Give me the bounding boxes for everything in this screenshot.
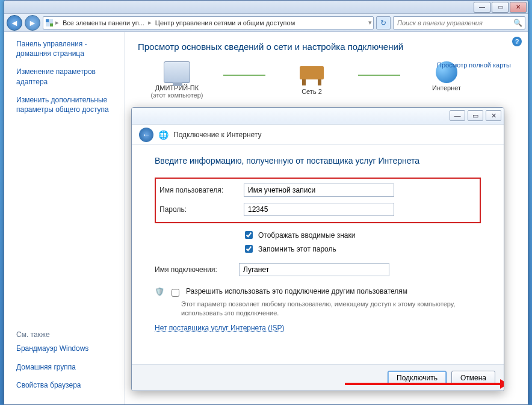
breadcrumb-2[interactable]: Центр управления сетями и общим доступом [153,19,297,26]
sidebar-home-link[interactable]: Панель управления - домашняя страница [16,39,118,58]
sidebar-sharing-link[interactable]: Изменить дополнительные параметры общего… [16,95,118,114]
network-node-local: Сеть 2 [273,61,351,95]
computer-icon [164,61,190,83]
wizard-titlebar: — ▭ ✕ [132,108,504,125]
node-label: Интернет [407,84,486,91]
remember-password-checkbox[interactable] [245,245,253,253]
wizard-body: Введите информацию, полученную от постав… [132,145,504,339]
browser-link[interactable]: Свойства браузера [16,380,118,390]
nav-row: ◄ ► ▸ Все элементы панели уп... ▸ Центр … [4,14,528,32]
svg-rect-1 [46,19,49,22]
highlighted-fields: Имя пользователя: Пароль: [155,178,481,223]
username-label: Имя пользователя: [159,186,244,194]
nav-forward-button[interactable]: ► [25,15,40,31]
dropdown-icon[interactable]: ▾ [368,19,372,26]
network-map: ДМИТРИЙ-ПК (этот компьютер) Сеть 2 Интер… [138,61,511,99]
full-map-link[interactable]: Просмотр полной карты [437,61,511,69]
connection-line-icon [223,61,265,88]
connection-name-input[interactable] [239,263,389,276]
show-chars-label: Отображать вводимые знаки [258,231,355,240]
wizard-heading: Введите информацию, полученную от постав… [155,156,481,165]
show-chars-checkbox[interactable] [245,231,253,239]
search-input[interactable] [396,19,511,27]
username-input[interactable] [244,184,394,197]
allow-others-label: Разрешить использовать это подключение д… [186,287,407,295]
search-box[interactable]: 🔍 [393,16,525,29]
wizard-header: ← 🌐 Подключение к Интернету [132,125,504,145]
network-icon [300,66,324,79]
network-node-pc: ДМИТРИЙ-ПК (этот компьютер) [138,61,216,99]
homegroup-link[interactable]: Домашняя группа [16,362,118,372]
wizard-back-button[interactable]: ← [139,128,153,142]
node-sublabel: (этот компьютер) [138,91,216,99]
wizard-minimize-button[interactable]: — [450,110,465,121]
connection-name-label: Имя подключения: [155,265,239,274]
internet-icon: 🌐 [158,130,169,140]
connection-wizard-dialog: — ▭ ✕ ← 🌐 Подключение к Интернету Введит… [131,107,504,391]
search-icon: 🔍 [513,19,522,27]
wizard-footer: Подключить Отмена [132,364,504,391]
page-heading: Просмотр основных сведений о сети и наст… [138,42,511,52]
shield-icon: 🛡️ [155,287,164,296]
firewall-link[interactable]: Брандмауэр Windows [16,344,118,353]
nav-back-button[interactable]: ◄ [7,15,22,31]
no-isp-link[interactable]: Нет поставщика услуг Интернета (ISP) [155,324,285,332]
breadcrumb-1[interactable]: Все элементы панели уп... [60,19,147,26]
password-label: Пароль: [159,205,244,214]
sidebar-adapter-link[interactable]: Изменение параметров адаптера [16,67,118,86]
maximize-button[interactable]: ▭ [492,2,509,13]
sidebar: Панель управления - домашняя страница Из… [4,32,125,404]
refresh-button[interactable]: ↻ [376,16,391,29]
svg-rect-2 [50,23,53,26]
node-label: Сеть 2 [273,88,351,95]
allow-others-checkbox[interactable] [172,289,179,297]
address-bar[interactable]: ▸ Все элементы панели уп... ▸ Центр упра… [43,16,374,29]
remember-password-label: Запомнить этот пароль [258,245,336,253]
allow-others-description: Этот параметр позволяет любому пользоват… [181,300,481,318]
password-input[interactable] [244,203,394,216]
breadcrumb-separator-icon: ▸ [148,19,152,26]
wizard-close-button[interactable]: ✕ [486,110,501,121]
close-button[interactable]: ✕ [510,2,527,13]
wizard-title: Подключение к Интернету [173,131,262,139]
titlebar: — ▭ ✕ [4,1,528,14]
wizard-maximize-button[interactable]: ▭ [468,110,483,121]
see-also-heading: См. также [16,330,118,339]
breadcrumb-separator-icon: ▸ [55,19,59,26]
minimize-button[interactable]: — [474,2,490,13]
connection-line-icon [358,61,400,88]
help-icon[interactable]: ? [512,37,522,46]
control-panel-icon [45,18,54,28]
